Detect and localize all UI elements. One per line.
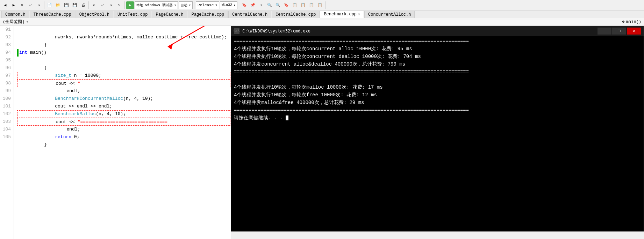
- cmd-close-btn[interactable]: ✕: [627, 28, 641, 35]
- cmd-icon: C:\: [234, 28, 239, 34]
- tab-concurrentalloc-h[interactable]: ConcurrentAlloc.h: [364, 11, 415, 18]
- tab-benchmark-cpp[interactable]: Benchmark.cpp ✕: [320, 11, 364, 18]
- clipboard4-icon[interactable]: 📋: [316, 1, 324, 9]
- nav-group: ◀ ▶ ✕ ↩ ↪: [1, 1, 44, 9]
- cmd-line-empty: [234, 76, 641, 83]
- play-group: ▶ 本地 Windows 调试器 ▾ 自动 ▾: [126, 1, 194, 9]
- breadcrumb-function-label[interactable]: main(): [626, 20, 641, 24]
- breadcrumb-scope[interactable]: (全局范围): [3, 19, 24, 25]
- cmd-line-5: 4个线程并发执行10轮次，每轮次free 10000次: 花费: 12 ms: [234, 91, 641, 99]
- clipboard-icon[interactable]: 📋: [291, 1, 299, 9]
- cmd-body: ========================================…: [231, 36, 644, 231]
- back-btn[interactable]: ◀: [1, 1, 9, 9]
- undo-btn[interactable]: ↩: [27, 1, 34, 9]
- code-line-94: int main(): [17, 49, 231, 57]
- undo2-btn[interactable]: ↩: [90, 1, 98, 9]
- bookmark-icon[interactable]: 🔖: [241, 1, 248, 9]
- breadcrumb-function: ⊙: [622, 19, 625, 24]
- tab-pagecache-h[interactable]: PageCache.h: [152, 11, 187, 18]
- file-group: 📄 📂 💾 💾 🖨: [46, 1, 89, 9]
- code-line-98: endl;: [17, 80, 230, 87]
- tab-common-h[interactable]: Common.h: [1, 11, 29, 18]
- close-btn[interactable]: ✕: [18, 1, 26, 9]
- code-line-96: size_t n = 10000;: [17, 64, 231, 72]
- release-dropdown[interactable]: Release ▾: [196, 1, 219, 9]
- code-line-93: [17, 41, 231, 49]
- code-line-97: cout << "===============================…: [17, 72, 230, 80]
- local-debugger-dropdown[interactable]: 本地 Windows 调试器 ▾: [135, 1, 178, 9]
- tab-centralcache-cpp[interactable]: CentralCache.cpp: [272, 11, 320, 18]
- cmd-title: C:\WINDOWS\system32\cmd.exe: [242, 29, 595, 33]
- bookmark2-icon[interactable]: 🔖: [282, 1, 290, 9]
- redo2-btn[interactable]: ↪: [107, 1, 115, 9]
- tab-pagecache-cpp[interactable]: PageCache.cpp: [188, 11, 228, 18]
- redo3-btn[interactable]: ↪: [115, 1, 123, 9]
- code-line-95: {: [17, 57, 231, 64]
- lightning-icon[interactable]: ⚡: [257, 1, 265, 9]
- cmd-line-separator1: ========================================…: [234, 37, 641, 45]
- code-editor[interactable]: 91 92 93 94 95 96 97 98 99 100 101 102 1…: [0, 26, 231, 239]
- misc-group: 🔖 📌 ⚡ 🔍 🔍 🔖 📋 📋 📋 📋: [241, 1, 325, 9]
- forward-btn[interactable]: ▶: [10, 1, 17, 9]
- clipboard2-icon[interactable]: 📋: [299, 1, 307, 9]
- cmd-line-6: 4个线程并发malloc&free 400000次，总计花费: 29 ms: [234, 99, 641, 106]
- tab-close-icon[interactable]: ✕: [358, 12, 360, 16]
- clipboard3-icon[interactable]: 📋: [308, 1, 315, 9]
- save-btn[interactable]: 💾: [63, 1, 70, 9]
- code-line-100: cout << endl << endl;: [17, 95, 231, 103]
- cmd-line-separator2: ========================================…: [234, 68, 641, 76]
- config-group: Release ▾ Win32 ▾: [196, 1, 239, 9]
- auto-dropdown[interactable]: 自动 ▾: [179, 1, 193, 9]
- cmd-window[interactable]: C:\ C:\WINDOWS\system32\cmd.exe — □ ✕ ==…: [231, 26, 644, 232]
- cmd-line-1: 4个线程并发执行10轮次，每轮次concurrent alloc 10000次:…: [234, 45, 641, 53]
- search2-icon[interactable]: 🔍: [274, 1, 282, 9]
- new-btn[interactable]: 📄: [46, 1, 53, 9]
- tab-centralcache-h[interactable]: CentralCache.h: [228, 11, 271, 18]
- cmd-line-separator3: ========================================…: [234, 106, 641, 114]
- minimize-btn[interactable]: —: [598, 28, 611, 35]
- code-line-102: cout << "===============================…: [17, 110, 230, 118]
- toolbar: ◀ ▶ ✕ ↩ ↪ 📄 📂 💾 💾 🖨 ↩ ↩ ↪ ↪ ▶ 本地 Windows…: [0, 0, 644, 10]
- search-icon[interactable]: 🔍: [266, 1, 273, 9]
- code-line-99: BenchmarkConcurrentMalloc(n, 4, 10);: [17, 87, 231, 95]
- undo-redo-group: ↩ ↩ ↪ ↪: [90, 1, 125, 9]
- tab-threadcache-cpp[interactable]: ThreadCache.cpp: [30, 11, 75, 18]
- breadcrumb: (全局范围) ▾ ⊙ main(): [0, 18, 644, 26]
- code-line-104: return 0;: [17, 126, 231, 133]
- code-line-101: BenchmarkMalloc(n, 4, 10);: [17, 103, 231, 110]
- window-controls: — □ ✕: [598, 28, 641, 35]
- cmd-cursor: [286, 115, 288, 120]
- cmd-line-4: 4个线程并发执行10轮次，每轮次malloc 10000次: 花费: 17 ms: [234, 83, 641, 91]
- open-btn[interactable]: 📂: [54, 1, 62, 9]
- win32-dropdown[interactable]: Win32 ▾: [220, 1, 237, 9]
- undo3-btn[interactable]: ↩: [99, 1, 106, 9]
- breakpoint-indicator: [17, 49, 19, 57]
- main-area: 91 92 93 94 95 96 97 98 99 100 101 102 1…: [0, 26, 644, 239]
- tab-objectpool-h[interactable]: ObjectPool.h: [76, 11, 113, 18]
- print-btn[interactable]: 🖨: [79, 1, 87, 9]
- line-numbers: 91 92 93 94 95 96 97 98 99 100 101 102 1…: [0, 26, 14, 239]
- maximize-btn[interactable]: □: [612, 28, 626, 35]
- cmd-line-3: 4个线程并发concurrent alloc&dealloc 400000次，总…: [234, 60, 641, 68]
- code-content: nworks, nworks*rounds*ntimes, malloc_cos…: [14, 26, 231, 239]
- cmd-line-2: 4个线程并发执行10轮次，每轮次concurrent dealloc 10000…: [234, 53, 641, 60]
- redo-btn[interactable]: ↪: [35, 1, 43, 9]
- play-btn[interactable]: ▶: [126, 1, 134, 9]
- pin-icon[interactable]: 📌: [249, 1, 257, 9]
- code-line-92: }: [17, 33, 231, 41]
- tab-unittest-cpp[interactable]: UnitTest.cpp: [114, 11, 151, 18]
- save-all-btn[interactable]: 💾: [71, 1, 79, 9]
- code-line-91: nworks, nworks*rounds*ntimes, malloc_cos…: [17, 26, 231, 33]
- code-line-103: endl;: [17, 118, 230, 126]
- cmd-line-prompt: 请按任意键继续. . .: [234, 114, 641, 122]
- tabbar: Common.h ThreadCache.cpp ObjectPool.h Un…: [0, 10, 644, 18]
- cmd-titlebar[interactable]: C:\ C:\WINDOWS\system32\cmd.exe — □ ✕: [231, 26, 644, 36]
- code-line-105: }: [17, 133, 231, 141]
